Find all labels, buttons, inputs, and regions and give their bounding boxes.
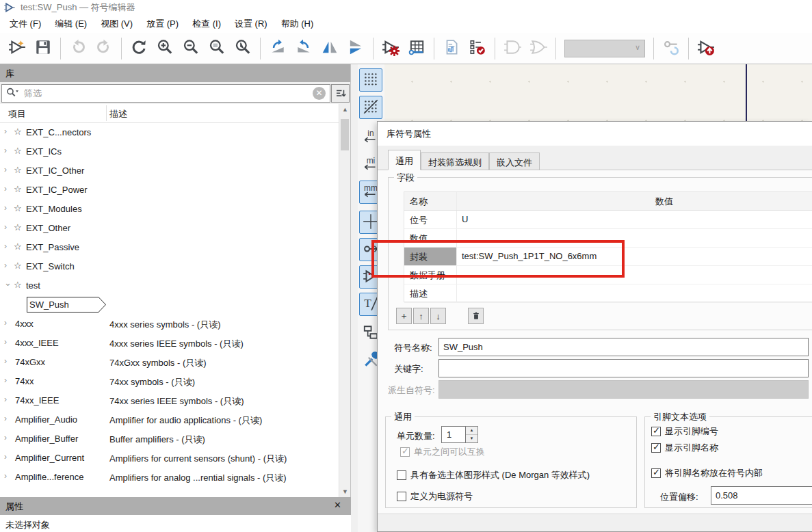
favorite-star-icon[interactable]: ☆ — [14, 241, 22, 252]
chevron-right-icon[interactable]: › — [4, 241, 7, 251]
tree-row-74xGxx[interactable]: ›74xGxx74xGxx symbols - (只读) — [0, 353, 350, 372]
schematic-canvas[interactable] — [384, 64, 812, 122]
new-symbol-button[interactable] — [5, 36, 29, 61]
tree-row-EXT_ICs[interactable]: ›☆EXT_ICs — [0, 142, 350, 161]
checkbox-icon[interactable] — [651, 468, 661, 478]
favorite-star-icon[interactable]: ☆ — [14, 203, 22, 213]
chevron-right-icon[interactable]: › — [4, 127, 7, 136]
move-down-button[interactable]: ↓ — [430, 308, 446, 324]
checkbox-pintext-2[interactable]: 将引脚名称放在符号内部 — [651, 467, 763, 479]
checkbox-icon[interactable] — [651, 443, 661, 453]
favorite-star-icon[interactable]: ☆ — [14, 222, 22, 232]
save-button[interactable] — [31, 36, 55, 61]
tree-row-4xxx[interactable]: ›4xxx4xxx series symbols - (只读) — [0, 315, 350, 334]
chevron-right-icon[interactable]: › — [4, 414, 7, 423]
unit-count-value[interactable]: 1 — [441, 426, 466, 443]
zoom-selection-button[interactable] — [231, 36, 254, 61]
tree-row-SW_Push[interactable]: SW_Push — [0, 295, 350, 315]
spin-down-icon[interactable]: ▼ — [466, 435, 477, 442]
refresh-button[interactable] — [127, 36, 150, 61]
tree-row-4xxx_IEEE[interactable]: ›4xxx_IEEE4xxx series IEEE symbols - (只读… — [0, 334, 350, 353]
field-name-cell[interactable]: 描述 — [404, 284, 457, 302]
zoom-fit-button[interactable] — [205, 36, 228, 61]
symbol-name-input[interactable]: SW_Push — [438, 338, 809, 356]
scroll-down-icon[interactable]: ▼ — [339, 486, 350, 497]
menu-item-6[interactable]: 帮助 (H) — [274, 16, 321, 32]
delete-field-button[interactable] — [468, 308, 484, 324]
checkbox-icon[interactable] — [397, 492, 406, 501]
offset-input[interactable]: 0.508 — [711, 486, 812, 505]
menu-item-3[interactable]: 放置 (P) — [140, 16, 185, 32]
tree-row-EXT_Passive[interactable]: ›☆EXT_Passive — [0, 238, 350, 257]
favorite-star-icon[interactable]: ☆ — [14, 146, 22, 156]
symbol-properties-button[interactable] — [379, 36, 402, 61]
field-value-cell[interactable] — [457, 284, 812, 288]
tab-2[interactable]: 嵌入文件 — [489, 152, 540, 170]
chevron-right-icon[interactable]: › — [4, 395, 7, 404]
grid-overrides-button[interactable] — [359, 96, 382, 119]
pin-table-button[interactable] — [405, 36, 428, 61]
zoom-out-button[interactable] — [179, 36, 202, 61]
checkbox-general-2[interactable]: 定义为电源符号 — [397, 490, 473, 503]
symbol-rename-input[interactable]: SW_Push — [27, 297, 106, 312]
checkbox-icon[interactable] — [397, 470, 406, 480]
chevron-down-icon[interactable]: ⌄ — [4, 278, 12, 288]
grid-dots-button[interactable] — [359, 68, 382, 92]
move-up-button[interactable]: ↑ — [413, 308, 429, 324]
checkbox-pintext-1[interactable]: 显示引脚名称 — [651, 442, 718, 454]
chevron-right-icon[interactable]: › — [4, 146, 7, 155]
favorite-star-icon[interactable]: ☆ — [14, 165, 22, 175]
field-name-cell[interactable]: 位号 — [404, 211, 457, 228]
menu-item-2[interactable]: 视图 (V) — [94, 16, 140, 32]
unit-count-stepper[interactable]: 1 ▲▼ — [441, 426, 478, 443]
chevron-right-icon[interactable]: › — [4, 203, 7, 213]
tree-row-test[interactable]: ⌄☆test — [0, 276, 350, 295]
menu-item-1[interactable]: 编辑 (E) — [48, 16, 94, 32]
chevron-right-icon[interactable]: › — [4, 318, 7, 328]
clear-search-icon[interactable]: ✕ — [313, 87, 326, 100]
favorite-star-icon[interactable]: ☆ — [14, 184, 22, 194]
tree-row-EXT_Other[interactable]: ›☆EXT_Other — [0, 219, 350, 238]
chevron-right-icon[interactable]: › — [4, 471, 7, 481]
menu-item-5[interactable]: 设置 (R) — [228, 16, 274, 32]
favorite-star-icon[interactable]: ☆ — [14, 261, 22, 271]
favorite-star-icon[interactable]: ☆ — [14, 127, 22, 137]
chevron-right-icon[interactable]: › — [4, 184, 7, 194]
tab-1[interactable]: 封装筛选规则 — [421, 152, 489, 170]
menu-item-0[interactable]: 文件 (F) — [3, 16, 48, 32]
chevron-right-icon[interactable]: › — [4, 375, 7, 385]
checkbox-icon[interactable] — [651, 427, 661, 436]
menu-item-4[interactable]: 检查 (I) — [185, 16, 228, 32]
tree-row-EXT_IC_Other[interactable]: ›☆EXT_IC_Other — [0, 161, 350, 181]
add-field-button[interactable]: ＋ — [396, 308, 412, 324]
mirror-vertical-button[interactable] — [344, 36, 367, 61]
tree-row-Amplifier_Audio[interactable]: ›Amplifier_AudioAmplifier for audio appl… — [0, 410, 350, 429]
tree-row-EXT_Modules[interactable]: ›☆EXT_Modules — [0, 200, 350, 219]
checkbox-pintext-0[interactable]: 显示引脚编号 — [651, 425, 718, 438]
tree-row-Amplifier_Current[interactable]: ›Amplifier_CurrentAmplifiers for current… — [0, 449, 350, 468]
export-symbol-button[interactable] — [694, 36, 718, 61]
tree-row-EXT_Switch[interactable]: ›☆EXT_Switch — [0, 257, 350, 276]
tab-0[interactable]: 通用 — [388, 150, 421, 170]
checkbox-general-1[interactable]: 具有备选主体图形样式 (De Morgan 等效样式) — [397, 469, 590, 481]
erc-check-button[interactable] — [466, 36, 489, 61]
keywords-input[interactable] — [438, 359, 809, 377]
tree-row-EXT_IC_Power[interactable]: ›☆EXT_IC_Power — [0, 181, 350, 200]
field-value-cell[interactable]: U — [457, 211, 812, 224]
rotate-cw-button[interactable] — [292, 36, 315, 61]
field-value-cell[interactable] — [457, 229, 812, 232]
rotate-ccw-button[interactable] — [266, 36, 289, 61]
chevron-right-icon[interactable]: › — [4, 165, 7, 174]
chevron-right-icon[interactable]: › — [4, 356, 7, 366]
tree-row-EXT_C-nectors[interactable]: ›☆EXT_C...nectors — [0, 123, 350, 142]
spin-up-icon[interactable]: ▲ — [466, 427, 477, 435]
chevron-right-icon[interactable]: › — [4, 261, 7, 270]
scroll-up-icon[interactable]: ▲ — [339, 104, 350, 115]
field-row-位号[interactable]: 位号U — [404, 211, 812, 229]
chevron-right-icon[interactable]: › — [4, 433, 7, 442]
field-row-描述[interactable]: 描述 — [404, 284, 812, 303]
tree-scrollbar[interactable]: ▲ ▼ — [339, 104, 350, 497]
tree-row-74xx_IEEE[interactable]: ›74xx_IEEE74xx series IEEE symbols - (只读… — [0, 391, 350, 410]
search-input[interactable]: 筛选 ✕ — [1, 84, 330, 103]
chevron-right-icon[interactable]: › — [4, 222, 7, 232]
